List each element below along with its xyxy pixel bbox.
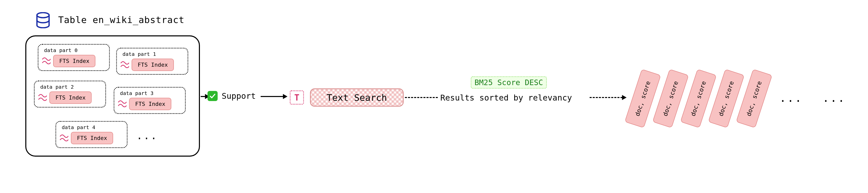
- ellipsis-icon: ...: [136, 130, 158, 142]
- data-part: data part 3 FTS Index: [114, 87, 186, 114]
- data-part: data part 2 FTS Index: [34, 81, 106, 108]
- data-part: data part 1 FTS Index: [116, 48, 188, 75]
- arrow-dashed-icon: [405, 97, 438, 98]
- fts-index-chip: FTS Index: [49, 91, 92, 104]
- data-part-label: data part 2: [40, 84, 102, 90]
- ellipsis-icon: ...: [779, 91, 802, 104]
- fts-index-chip: FTS Index: [132, 59, 174, 71]
- fts-index-chip: FTS Index: [129, 98, 171, 110]
- text-search-box: Text Search: [310, 88, 404, 107]
- score-card-text: doc, score: [717, 80, 735, 117]
- table-title: Table en_wiki_abstract: [58, 15, 184, 25]
- fts-index-chip: FTS Index: [53, 55, 95, 67]
- squiggle-icon: [41, 56, 51, 66]
- text-search-label: Text Search: [327, 92, 387, 103]
- bm25-score-label: BM25 Score DESC: [471, 76, 547, 89]
- t-letter-icon: T: [294, 92, 299, 103]
- score-card-text: doc, score: [745, 80, 763, 117]
- data-part-label: data part 1: [122, 51, 184, 57]
- data-part-label: data part 0: [44, 47, 106, 53]
- arrow-icon: [261, 96, 283, 97]
- data-part: data part 4 FTS Index: [55, 121, 128, 148]
- data-part-label: data part 4: [62, 124, 124, 130]
- results-label: Results sorted by relevancy: [440, 93, 572, 103]
- score-card-text: doc, score: [661, 80, 679, 117]
- support-label-group: Support: [208, 91, 256, 101]
- ellipsis-icon: ...: [823, 91, 845, 104]
- arrow-head-icon: [622, 95, 627, 100]
- svg-point-0: [37, 13, 49, 18]
- data-part: data part 0 FTS Index: [38, 44, 110, 71]
- text-type-icon: T: [290, 90, 304, 105]
- check-icon: [208, 91, 218, 101]
- squiggle-icon: [38, 93, 47, 102]
- score-card-text: doc, score: [634, 80, 652, 117]
- arrow-head-icon: [283, 94, 287, 99]
- database-icon: [35, 12, 51, 28]
- fts-index-chip: FTS Index: [71, 132, 113, 144]
- table-box: data part 0 FTS Index data part 1 FTS In…: [25, 35, 200, 157]
- diagram-canvas: Table en_wiki_abstract data part 0 FTS I…: [0, 0, 868, 193]
- support-label: Support: [222, 91, 256, 101]
- data-part-label: data part 3: [120, 90, 182, 96]
- arrow-dashed-icon: [590, 97, 623, 98]
- squiggle-icon: [117, 100, 127, 109]
- squiggle-icon: [59, 133, 68, 143]
- score-card-text: doc, score: [689, 80, 707, 117]
- squiggle-icon: [120, 61, 129, 70]
